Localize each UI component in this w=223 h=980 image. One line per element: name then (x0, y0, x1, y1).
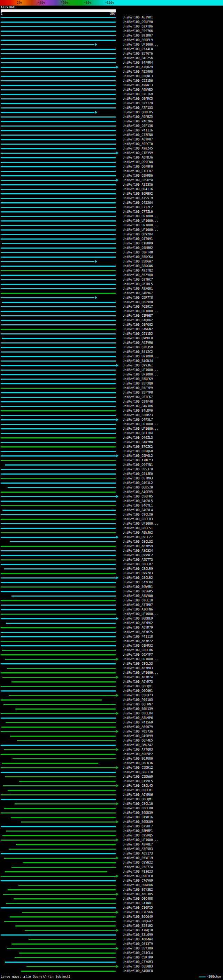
hit-alignment-bar[interactable] (1, 478, 116, 479)
hit-alignment-bar[interactable] (1, 713, 116, 714)
hit-label[interactable]: UniRef100_Q19VE5 (123, 779, 153, 784)
hit-label[interactable]: UniRef100_P29766 (123, 29, 153, 33)
hit-label[interactable]: UniRef100_B9VZP3 (123, 571, 153, 576)
hit-row[interactable]: UniRef100_Q56FH5 (0, 494, 223, 499)
hit-row[interactable]: UniRef100_Q4T091 (0, 237, 223, 241)
hit-row[interactable]: UniRef100_A6IVK1 (0, 15, 223, 20)
hit-alignment-bar[interactable] (1, 180, 116, 181)
hit-alignment-bar[interactable] (6, 722, 116, 723)
hit-label[interactable]: UniRef100_Q6B528 (123, 485, 153, 490)
hit-label[interactable]: UniRef100_A9PCT0 (123, 142, 153, 146)
hit-alignment-bar[interactable] (1, 555, 116, 556)
hit-label[interactable]: UniRef100_UP1000... (123, 612, 159, 616)
hit-alignment-bar[interactable] (1, 103, 116, 104)
hit-row[interactable]: UniRef100_B4DVG7 (0, 291, 223, 296)
hit-label[interactable]: UniRef100_B8MBP1 (123, 829, 153, 833)
hit-label[interactable]: UniRef100_A4DDE8 (123, 969, 153, 974)
hit-row[interactable]: UniRef100_Q9UFV0 (0, 20, 223, 24)
hit-label[interactable]: UniRef100_Q5R7Y8 (123, 296, 153, 300)
hit-label[interactable]: UniRef100_C3ZEN8 (123, 133, 153, 137)
hit-alignment-bar[interactable] (17, 740, 116, 741)
hit-alignment-bar[interactable] (1, 474, 116, 474)
hit-alignment-bar[interactable] (1, 546, 116, 547)
hit-label[interactable]: UniRef100_C0PMC5 (123, 97, 153, 101)
hit-alignment-bar[interactable] (1, 550, 116, 551)
hit-row[interactable]: UniRef100_B6DDE9 (0, 616, 223, 621)
hit-alignment-bar[interactable] (2, 650, 116, 651)
hit-row[interactable]: UniRef100_UP1000... (0, 657, 223, 662)
hit-row[interactable]: UniRef100_UP1000... (0, 522, 223, 526)
hit-row[interactable]: UniRef100_Q9D1L0 (0, 874, 223, 878)
hit-alignment-bar[interactable] (1, 85, 116, 86)
hit-row[interactable]: UniRef100_UP1000... (0, 223, 223, 228)
hit-label[interactable]: UniRef100_Q56FH5 (123, 494, 153, 499)
hit-alignment-bar[interactable] (1, 609, 116, 610)
hit-row[interactable]: UniRef100_C1BKP9 (0, 241, 223, 246)
hit-label[interactable]: UniRef100_A3GFN6 (123, 607, 153, 612)
hit-row[interactable]: UniRef100_C5JCL4 (0, 951, 223, 955)
hit-alignment-bar[interactable] (1, 99, 116, 99)
hit-alignment-bar[interactable] (2, 243, 116, 244)
hit-row[interactable]: UniRef100_Q49B99 (0, 734, 223, 738)
hit-row[interactable]: UniRef100_A7S5T9 (0, 196, 223, 200)
hit-row[interactable]: UniRef100_Q9V9L2 (0, 553, 223, 558)
hit-alignment-bar[interactable] (10, 916, 116, 918)
hit-alignment-bar[interactable] (5, 962, 116, 963)
hit-label[interactable]: UniRef100_Q9XYF7 (123, 652, 153, 657)
hit-alignment-bar[interactable] (1, 220, 116, 221)
hit-row[interactable]: UniRef100_B4GVL5 (0, 499, 223, 503)
hit-row[interactable]: UniRef100_C8CLR6 (0, 648, 223, 652)
hit-row[interactable]: UniRef100_A9NWI3 (0, 83, 223, 88)
hit-row[interactable]: UniRef100_C8CLX0 (0, 512, 223, 517)
hit-alignment-bar[interactable] (1, 261, 95, 262)
hit-alignment-bar[interactable] (1, 148, 116, 149)
hit-label[interactable]: UniRef100_C7TZL0 (123, 210, 153, 214)
hit-row[interactable]: UniRef100_Q81TB4 (0, 431, 223, 436)
hit-row[interactable]: UniRef100_B5S3T8 (0, 467, 223, 472)
hit-row[interactable]: UniRef100_B5TGT6 (0, 51, 223, 56)
hit-alignment-bar[interactable] (9, 849, 116, 850)
hit-label[interactable]: UniRef100_C6TFK7 (123, 395, 153, 399)
hit-alignment-bar[interactable] (2, 727, 116, 728)
hit-label[interactable]: UniRef100_A6YM59 (123, 544, 153, 549)
hit-row[interactable]: UniRef100_Q511D2 (0, 332, 223, 336)
hit-alignment-bar[interactable] (2, 510, 116, 511)
hit-alignment-bar[interactable] (1, 636, 116, 637)
hit-alignment-bar[interactable] (1, 840, 116, 841)
hit-alignment-bar[interactable] (1, 112, 95, 113)
hit-alignment-bar[interactable] (1, 415, 116, 416)
hit-alignment-bar[interactable] (1, 745, 116, 746)
hit-label[interactable]: UniRef100_A9PBZ5 (123, 115, 153, 119)
hit-label[interactable]: UniRef100_B3L699 (123, 933, 153, 937)
hit-row[interactable]: UniRef100_Q19VE5 (0, 779, 223, 784)
hit-row[interactable]: UniRef100_Q6PVV0 (0, 300, 223, 304)
hit-label[interactable]: UniRef100_B4F9R4 (123, 60, 153, 65)
hit-alignment-bar[interactable] (1, 519, 116, 520)
hit-alignment-bar[interactable] (1, 175, 116, 176)
hit-label[interactable]: UniRef100_B5DGW7 (123, 259, 153, 264)
hit-row[interactable]: UniRef100_C7TZL0 (0, 210, 223, 214)
hit-alignment-bar[interactable] (1, 523, 116, 524)
hit-label[interactable]: UniRef100_Q4GZL3 (123, 436, 153, 440)
hit-label[interactable]: UniRef100_P46286 (123, 119, 153, 124)
hit-label[interactable]: UniRef100_A6FDJ6 (123, 155, 153, 160)
hit-row[interactable]: UniRef100_UP1000... (0, 42, 223, 47)
hit-label[interactable]: UniRef100_C0HBH2 (123, 246, 153, 250)
hit-row[interactable]: UniRef100_C0HT48 (0, 250, 223, 255)
hit-alignment-bar[interactable] (1, 89, 116, 91)
hit-row[interactable]: UniRef100_B9NPH6 (0, 883, 223, 888)
hit-alignment-bar[interactable] (1, 754, 116, 755)
hit-alignment-bar[interactable] (1, 361, 116, 361)
hit-alignment-bar[interactable] (1, 392, 116, 393)
hit-alignment-bar[interactable] (1, 451, 116, 452)
hit-label[interactable]: UniRef100_Q9V3G1 (123, 363, 153, 368)
hit-label[interactable]: UniRef100_B9Y3E2 (123, 888, 153, 892)
hit-row[interactable]: UniRef100_B5VF19 (0, 856, 223, 861)
hit-row[interactable]: UniRef100_C7YQM3 (0, 960, 223, 964)
hit-alignment-bar[interactable] (1, 229, 116, 231)
hit-label[interactable]: UniRef100_A6YPH7 (123, 137, 153, 142)
hit-label[interactable]: UniRef100_B8P110 (123, 770, 153, 775)
hit-row[interactable]: UniRef100_C5DH12 (0, 765, 223, 770)
hit-label[interactable]: UniRef100_Q3UJ59 (123, 345, 153, 350)
hit-alignment-bar[interactable] (1, 256, 116, 258)
